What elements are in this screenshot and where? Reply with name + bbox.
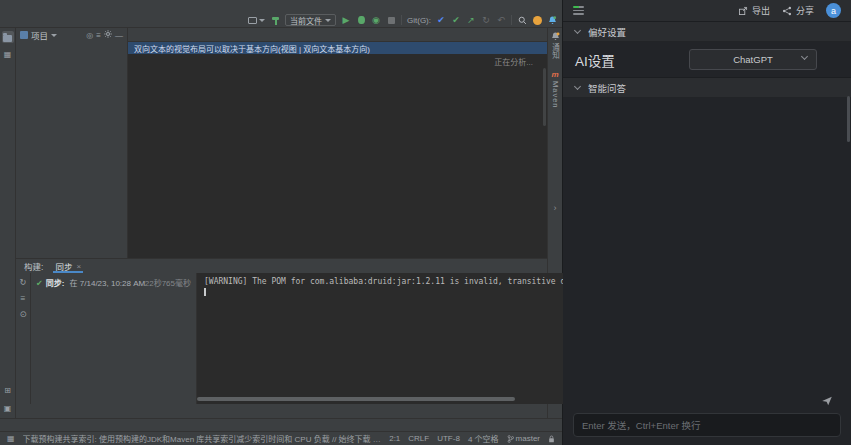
chat-input[interactable] (573, 413, 841, 437)
panel-settings-icon[interactable] (104, 30, 112, 40)
build-panel: 构建: 同步× ↻ ≡ ⊙ ✔同步: 在 7/14/23, (16, 258, 547, 404)
line-ending[interactable]: CRLF (408, 434, 429, 443)
ai-model-select[interactable]: ChatGPT (689, 49, 817, 70)
build-sync-tab[interactable]: 同步× (53, 259, 83, 273)
app-window: 当前文件 ▶ ◉ Git(G): ✔ ✔ ↗ ↻ ↶ (0, 0, 851, 445)
main-toolbar: 当前文件 ▶ ◉ Git(G): ✔ ✔ ↗ ↻ ↶ (0, 13, 562, 28)
share-button[interactable]: 分享 (782, 4, 814, 17)
menu-icon[interactable] (573, 6, 584, 15)
chevron-down-icon (574, 82, 581, 89)
sync-success-icon: ✔ (36, 279, 43, 288)
menu-bar (0, 0, 562, 13)
project-stripe-icon[interactable] (2, 31, 14, 43)
banner-text: 双向文本的视觉布局可以取决于基本方向(视图 | 双向文本基本方向) (134, 43, 370, 54)
editor-scrollbar[interactable] (543, 68, 546, 126)
stop-icon (386, 14, 396, 26)
bookmarks-stripe-icon[interactable]: ▣ (2, 402, 14, 414)
debug-icon[interactable] (356, 14, 366, 26)
search-everywhere-icon[interactable] (517, 14, 527, 26)
build-output-console[interactable]: [WARNING] The POM for com.alibaba:druid:… (197, 273, 618, 404)
project-panel-title[interactable]: 项目 (31, 29, 48, 41)
build-panel-header: 构建: 同步× (16, 259, 547, 273)
git-branch-widget[interactable]: master (507, 434, 540, 443)
git-rollback-icon[interactable]: ↶ (496, 14, 506, 26)
build-hammer-icon[interactable] (270, 14, 280, 26)
toolbar-divider (401, 15, 402, 25)
file-encoding[interactable]: UTF-8 (437, 434, 460, 443)
settings-sync-icon[interactable] (532, 14, 542, 26)
structure-stripe-icon[interactable]: ⊞ (2, 384, 14, 396)
chat-input-row (563, 409, 851, 445)
left-stripe-bottom: ⊞ ▣ (2, 384, 14, 414)
user-avatar[interactable]: a (826, 3, 841, 18)
project-panel-header: 项目 ◎ ≡ — (16, 28, 127, 42)
build-panel-toolbar: ↻ ≡ ⊙ (16, 273, 31, 404)
project-tree (16, 42, 127, 258)
code-editor[interactable]: 正在分析... (128, 54, 547, 258)
git-history-icon[interactable]: ↻ (481, 14, 491, 26)
sync-duration: 22秒765毫秒 (145, 277, 191, 288)
run-icon[interactable]: ▶ (341, 14, 351, 26)
indent-style[interactable]: 4 个空格 (468, 433, 499, 444)
maven-icon: m (551, 70, 558, 79)
analyzing-status: 正在分析... (494, 56, 533, 67)
toolwindow-bar (0, 418, 562, 431)
ai-assistant-panel: 导出 分享 a 偏好设置 AI设置 ChatGPT 智能问答 (563, 0, 851, 445)
section-preferences[interactable]: 偏好设置 (563, 22, 851, 42)
build-warning-line: [WARNING] The POM for com.alibaba:druid:… (204, 277, 604, 286)
share-icon (782, 6, 792, 16)
bell-icon (551, 32, 560, 41)
ai-settings-label: AI设置 (575, 50, 615, 70)
status-message[interactable]: 下载预构建共享索引: 使用预构建的JDK和Maven 库共享索引减少索引时间和 … (23, 433, 382, 444)
chat-history[interactable] (563, 98, 851, 409)
build-panel-label: 构建: (24, 260, 43, 272)
close-tab-icon[interactable]: × (76, 262, 81, 271)
editor-tabs (128, 28, 547, 42)
layout-icon[interactable]: ▦ (7, 434, 15, 443)
coverage-icon[interactable]: ◉ (371, 14, 381, 26)
stripe-chevron-icon[interactable]: › (554, 203, 557, 213)
sync-timestamp: 在 7/14/23, 10:28 AM (70, 279, 146, 288)
export-icon (738, 6, 748, 16)
ide-main: ▦ ⊞ ▣ 项目 ◎ ≡ (0, 28, 562, 418)
expand-all-icon[interactable]: ≡ (21, 293, 26, 303)
ai-settings-row: AI设置 ChatGPT (563, 42, 851, 78)
run-widget-icon[interactable] (248, 14, 265, 26)
commit-stripe-icon[interactable]: ▦ (2, 48, 14, 60)
editor-notification-banner: 双向文本的视觉布局可以取决于基本方向(视图 | 双向文本基本方向) (128, 42, 547, 54)
console-hscrollbar[interactable] (197, 397, 515, 401)
status-bar: ▦ 下载预构建共享索引: 使用预构建的JDK和Maven 库共享索引减少索引时间… (0, 431, 562, 445)
export-button[interactable]: 导出 (738, 4, 770, 17)
run-configuration-select[interactable]: 当前文件 (285, 14, 336, 26)
rerun-sync-icon[interactable]: ↻ (19, 277, 26, 287)
notifications-bell-icon[interactable] (547, 14, 557, 26)
git-update-icon[interactable]: ✔ (436, 14, 446, 26)
project-view-icon (20, 31, 28, 39)
collapse-all-icon[interactable]: ≡ (96, 31, 101, 40)
build-settings-icon[interactable]: ⊙ (19, 309, 26, 319)
chevron-down-icon (574, 26, 581, 33)
ai-panel-header: 导出 分享 a (563, 0, 851, 22)
sync-status-label: 同步: (46, 279, 65, 288)
send-icon[interactable] (821, 395, 833, 407)
git-widget-label: Git(G): (407, 16, 431, 25)
ide-window: 当前文件 ▶ ◉ Git(G): ✔ ✔ ↗ ↻ ↶ (0, 0, 563, 445)
caret-position[interactable]: 2:1 (389, 434, 400, 443)
project-view-dropdown-icon[interactable] (51, 34, 57, 37)
build-status-pane[interactable]: ✔同步: 在 7/14/23, 10:28 AM 22秒765毫秒 (31, 273, 197, 404)
ai-panel-scrollbar[interactable] (847, 96, 850, 142)
section-qa[interactable]: 智能问答 (563, 78, 851, 98)
git-commit-icon[interactable]: ✔ (451, 14, 461, 26)
ide-center: 项目 ◎ ≡ — (16, 28, 547, 418)
left-toolwindow-stripe: ▦ ⊞ ▣ (0, 28, 16, 418)
locate-file-icon[interactable]: ◎ (86, 31, 93, 40)
notifications-toolwindow-tab[interactable]: 通知 (550, 32, 561, 60)
console-caret (204, 288, 206, 296)
maven-toolwindow-tab[interactable]: m Maven (551, 70, 560, 109)
branch-icon (507, 435, 514, 443)
chevron-down-icon (801, 53, 808, 60)
toolbar-actions: 当前文件 ▶ ◉ Git(G): ✔ ✔ ↗ ↻ ↶ (248, 14, 557, 26)
lock-icon[interactable] (548, 435, 555, 443)
git-push-icon[interactable]: ↗ (466, 14, 476, 26)
hide-panel-icon[interactable]: — (115, 31, 123, 40)
